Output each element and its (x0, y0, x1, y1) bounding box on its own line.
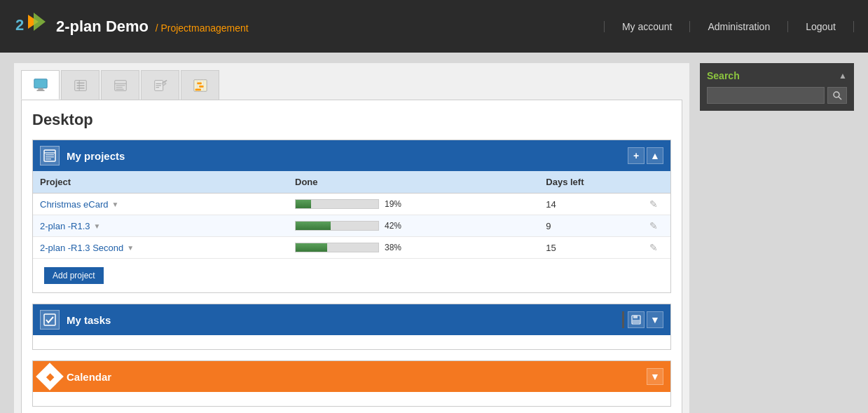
svg-rect-15 (116, 88, 123, 89)
tab-detail[interactable] (101, 70, 139, 100)
search-header: Search ▲ (707, 70, 847, 81)
project-days-left-cell: 9 (539, 215, 642, 237)
project-row: Christmas eCard ▼ 19% 14✎ (33, 194, 670, 215)
days-left-value: 15 (546, 243, 556, 253)
my-projects-header: My projects + ▲ (33, 140, 670, 171)
project-dropdown-arrow[interactable]: ▼ (112, 201, 119, 208)
project-dropdown-arrow[interactable]: ▼ (127, 244, 134, 252)
svg-rect-4 (38, 88, 43, 90)
sidebar: Search ▲ (700, 63, 854, 413)
progress-pct-label: 38% (385, 243, 407, 252)
progress-pct-label: 42% (385, 221, 407, 231)
app-logo-icon: 2 (14, 9, 49, 44)
days-left-value: 14 (546, 199, 556, 210)
svg-rect-14 (116, 86, 122, 87)
project-edit-cell: ✎ (642, 215, 670, 237)
progress-bar-fill (296, 222, 331, 230)
svg-rect-30 (46, 154, 54, 156)
my-tasks-icon (40, 310, 60, 330)
my-projects-add-btn[interactable]: + (628, 147, 645, 164)
svg-rect-13 (116, 85, 125, 86)
projects-table-body: Christmas eCard ▼ 19% 14✎2-plan -R1.3 ▼ … (33, 194, 670, 259)
search-input[interactable] (707, 87, 825, 104)
nav-administration[interactable]: Administration (690, 21, 788, 32)
svg-rect-33 (44, 314, 55, 325)
svg-rect-32 (46, 158, 51, 160)
calendar-widget: ◆ Calendar ▼ (32, 360, 671, 407)
progress-bar-wrap: 19% (295, 199, 532, 209)
projects-table-header-row: Project Done Days left (33, 171, 670, 194)
my-tasks-widget: My tasks ▼ (32, 304, 671, 350)
col-project: Project (33, 171, 288, 194)
col-actions (642, 171, 670, 194)
app-title: 2-plan Demo (56, 18, 149, 35)
project-edit-icon[interactable]: ✎ (649, 242, 658, 253)
nav-logout[interactable]: Logout (788, 21, 854, 32)
project-name-link[interactable]: 2-plan -R1.3 ▼ (40, 221, 281, 231)
progress-bar-bg (295, 221, 379, 231)
project-row: 2-plan -R1.3 Second ▼ 38% 15✎ (33, 237, 670, 259)
svg-rect-25 (197, 82, 201, 84)
project-name-link[interactable]: Christmas eCard ▼ (40, 199, 281, 210)
project-edit-icon[interactable]: ✎ (649, 220, 658, 231)
project-days-left-cell: 15 (539, 237, 642, 259)
search-collapse-btn[interactable]: ▲ (839, 71, 847, 81)
svg-line-45 (839, 97, 841, 100)
days-left-value: 9 (546, 221, 551, 231)
app-header: 2 2-plan Demo / Projectmanagement My acc… (0, 0, 868, 53)
svg-rect-5 (36, 90, 44, 90)
my-tasks-title: My tasks (67, 314, 111, 326)
progress-bar-fill (296, 200, 311, 208)
progress-bar-fill (296, 243, 327, 252)
calendar-diamond-icon: ◆ (36, 363, 64, 391)
my-tasks-save-btn[interactable] (628, 311, 645, 328)
tab-desktop[interactable] (21, 70, 60, 100)
project-edit-cell: ✎ (642, 237, 670, 259)
project-done-cell: 42% (288, 215, 539, 237)
svg-rect-36 (633, 320, 640, 323)
projects-table: Project Done Days left Christmas eCard ▼… (33, 171, 670, 259)
calendar-header-left: ◆ Calendar (40, 367, 111, 386)
project-name-cell: 2-plan -R1.3 Second ▼ (33, 237, 288, 259)
calendar-content (33, 392, 670, 406)
my-tasks-header: My tasks ▼ (33, 304, 670, 335)
my-projects-collapse-btn[interactable]: ▲ (647, 147, 663, 164)
col-days-left: Days left (539, 171, 642, 194)
search-button[interactable] (827, 87, 847, 104)
content-area: Desktop My p (14, 63, 689, 413)
my-tasks-collapse-btn[interactable]: ▼ (647, 311, 663, 328)
tab-edit[interactable] (141, 70, 179, 100)
separator (622, 311, 624, 328)
project-edit-icon[interactable]: ✎ (649, 198, 658, 210)
svg-marker-2 (34, 13, 46, 31)
nav-my-account[interactable]: My account (604, 21, 691, 32)
calendar-header: ◆ Calendar ▼ (33, 361, 670, 392)
project-dropdown-arrow[interactable]: ▼ (94, 222, 101, 230)
svg-text:2: 2 (15, 16, 24, 34)
logo-area: 2 2-plan Demo / Projectmanagement (14, 9, 249, 44)
project-edit-cell: ✎ (642, 194, 670, 215)
tab-bar (21, 70, 682, 100)
svg-rect-26 (199, 86, 203, 88)
add-project-button[interactable]: Add project (44, 267, 104, 284)
tab-gantt[interactable] (181, 70, 219, 100)
progress-bar-bg (295, 243, 379, 252)
my-projects-header-left: My projects (40, 146, 125, 165)
project-name-cell: 2-plan -R1.3 ▼ (33, 215, 288, 237)
project-name-link[interactable]: 2-plan -R1.3 Second ▼ (40, 243, 281, 253)
nav-bar: My account Administration Logout (604, 21, 854, 32)
my-projects-title: My projects (67, 150, 125, 162)
svg-rect-28 (44, 150, 55, 161)
search-label: Search (707, 70, 740, 81)
my-projects-actions: + ▲ (628, 147, 663, 164)
svg-rect-35 (633, 316, 638, 318)
svg-rect-27 (195, 88, 200, 90)
page-content: Desktop My p (21, 100, 682, 413)
tab-list[interactable] (61, 70, 99, 100)
my-projects-widget: My projects + ▲ Project Done Days left (32, 140, 671, 293)
progress-bar-bg (295, 199, 379, 209)
my-tasks-content (33, 335, 670, 349)
calendar-collapse-btn[interactable]: ▼ (647, 368, 663, 385)
calendar-title: Calendar (67, 371, 111, 383)
svg-rect-3 (34, 79, 46, 88)
